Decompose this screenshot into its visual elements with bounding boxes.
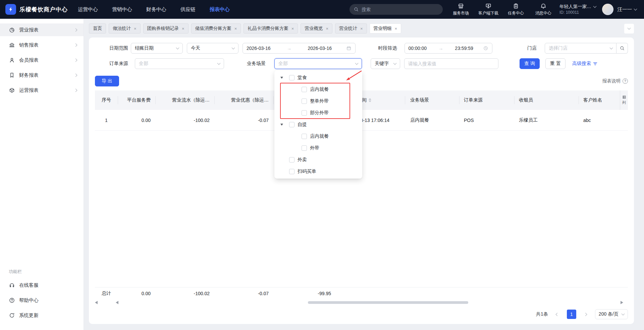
export-button[interactable]: 导 出 [95, 76, 119, 86]
close-icon[interactable]: × [395, 26, 397, 31]
store-icon [458, 3, 464, 9]
sidebar-item-system-update[interactable]: 系统更新 [0, 309, 84, 322]
close-icon[interactable]: × [291, 26, 294, 31]
scene-select[interactable]: 全部 [274, 58, 362, 69]
scene-option-partial-takeout[interactable]: 部分外带 [274, 107, 362, 119]
close-icon[interactable]: × [182, 26, 184, 31]
current-page[interactable]: 1 [567, 310, 576, 319]
sidebar-item-operation-reports[interactable]: 运营报表 [0, 84, 84, 96]
advanced-search-link[interactable]: 高级搜索 [572, 61, 598, 67]
scene-option-pickup-eat-in[interactable]: 店内就餐 [274, 130, 362, 142]
checkbox[interactable] [302, 110, 307, 116]
order-source-select[interactable]: 全部 [135, 58, 224, 69]
checkbox[interactable] [302, 87, 307, 92]
store-select[interactable]: 选择门店 [545, 43, 616, 54]
user-menu[interactable]: 汪一一 [618, 6, 637, 13]
checkbox[interactable] [302, 134, 307, 139]
close-icon[interactable]: × [326, 26, 328, 31]
keyword-type-select[interactable]: 关键字 [371, 58, 400, 69]
avatar[interactable] [602, 4, 613, 15]
checkbox[interactable] [289, 122, 294, 127]
time-range-picker[interactable]: 00:00:00 → 23:59:59 [405, 43, 492, 54]
app-window: 乐檬餐饮商户中心 运营中心 营销中心 财务中心 供应链 报表中心 服务市场 [0, 0, 644, 330]
brand[interactable]: 乐檬餐饮商户中心 [5, 4, 68, 15]
caret-down-icon[interactable] [280, 124, 283, 126]
sidebar-item-business-reports[interactable]: 营业报表 [0, 23, 84, 36]
checkbox[interactable] [302, 145, 307, 151]
date-preset-select[interactable]: 今天 [187, 43, 238, 54]
message-center-button[interactable]: 消息中心 [533, 3, 553, 16]
scene-option-delivery[interactable]: 外卖 [274, 154, 362, 166]
sidebar-item-help-center[interactable]: 帮助中心 [0, 294, 84, 307]
search-input[interactable] [362, 7, 439, 12]
nav-marketing-center[interactable]: 营销中心 [112, 6, 132, 13]
scene-option-dine-in[interactable]: 堂食 [274, 72, 362, 83]
checkbox[interactable] [302, 98, 307, 104]
task-center-button[interactable]: 任务中心 [506, 3, 526, 16]
column-settings-button[interactable]: 列 [620, 90, 628, 110]
scroll-right-button[interactable] [621, 301, 623, 304]
chevron-right-icon [74, 58, 77, 62]
store-switcher[interactable]: 年轻人第一家… ID: 100011 [559, 4, 596, 15]
reset-button[interactable]: 重 置 [545, 58, 566, 69]
quick-actions: 服务市场 客户端下载 任务中心 消息中心 [451, 3, 553, 16]
chevron-down-icon [622, 312, 625, 316]
chevron-down-icon [355, 62, 359, 65]
sidebar-item-sales-reports[interactable]: 销售报表 [0, 39, 84, 51]
tab-business-overview[interactable]: 营业概览× [301, 23, 332, 34]
top-header: 乐檬餐饮商户中心 运营中心 营销中心 财务中心 供应链 报表中心 服务市场 [0, 0, 644, 19]
close-icon[interactable]: × [360, 26, 363, 31]
service-market-button[interactable]: 服务市场 [451, 3, 471, 16]
close-icon[interactable]: × [134, 26, 137, 31]
chevron-right-icon [74, 73, 77, 77]
tab-method-stats[interactable]: 做法统计× [109, 23, 141, 34]
tab-giftcard-split-plan[interactable]: 礼品卡消费分账方案× [244, 23, 298, 34]
report-help-link[interactable]: 报表说明 ? [602, 78, 628, 84]
nav-supply-chain[interactable]: 供应链 [180, 6, 196, 13]
sidebar-section-label: 功能栏 [0, 269, 84, 279]
store-search-button[interactable] [616, 43, 628, 54]
query-button[interactable]: 查 询 [520, 58, 540, 69]
sidebar-item-member-reports[interactable]: 会员报表 [0, 54, 84, 66]
checkbox[interactable] [289, 157, 294, 162]
scene-option-scan-pay[interactable]: 扫码买单 [274, 166, 362, 177]
checkbox[interactable] [289, 75, 294, 80]
scroll-left-button[interactable] [116, 301, 118, 304]
scene-option-pickup-takeout[interactable]: 外带 [274, 142, 362, 154]
tab-business-detail[interactable]: 营业明细× [370, 23, 401, 34]
scene-option-dine-in-eat-in[interactable]: 店内就餐 [274, 83, 362, 95]
keyword-input[interactable] [404, 58, 498, 69]
total-row: 总计 0.00 -100.02 -0.07 -99.95 [95, 287, 628, 299]
tab-groupon-redeem-log[interactable]: 团购券核销记录× [143, 23, 189, 34]
sort-icons[interactable] [369, 98, 371, 102]
nav-finance-center[interactable]: 财务中心 [146, 6, 166, 13]
tab-stored-value-split-plan[interactable]: 储值消费分账方案× [191, 23, 241, 34]
global-search[interactable] [350, 4, 443, 15]
tab-business-stats[interactable]: 营业统计× [335, 23, 367, 34]
chevron-right-icon [74, 28, 77, 31]
scene-option-self-pickup[interactable]: 自提 [274, 119, 362, 130]
tab-home[interactable]: 首页 [89, 23, 106, 34]
client-download-button[interactable]: 客户端下载 [478, 3, 498, 16]
calendar-icon [346, 46, 352, 51]
sidebar-footer: 功能栏 在线客服 帮助中心 系统更新 [0, 269, 84, 324]
download-icon [485, 3, 492, 9]
nav-report-center[interactable]: 报表中心 [210, 6, 230, 13]
h-scrollbar-thumb[interactable] [308, 301, 468, 304]
prev-page-button[interactable] [553, 310, 561, 319]
scroll-left-edge-button[interactable] [95, 301, 98, 304]
nav-operations-center[interactable]: 运营中心 [78, 6, 98, 13]
page-size-select[interactable]: 200 条/页 [595, 309, 628, 319]
scene-option-whole-takeout[interactable]: 整单外带 [274, 95, 362, 107]
filter-icon [593, 61, 598, 66]
scene-dropdown: 堂食 店内就餐 整单外带 [274, 70, 362, 179]
tabs-overflow-button[interactable] [624, 24, 634, 34]
next-page-button[interactable] [582, 310, 590, 319]
date-range-picker[interactable]: 2026-03-16 → 2026-03-16 [243, 43, 356, 54]
date-type-select[interactable]: 结账日期 [131, 43, 183, 54]
close-icon[interactable]: × [234, 26, 237, 31]
sidebar-item-online-service[interactable]: 在线客服 [0, 279, 84, 291]
checkbox[interactable] [289, 169, 294, 174]
sidebar-item-finance-reports[interactable]: 财务报表 [0, 69, 84, 81]
caret-down-icon[interactable] [280, 77, 283, 79]
